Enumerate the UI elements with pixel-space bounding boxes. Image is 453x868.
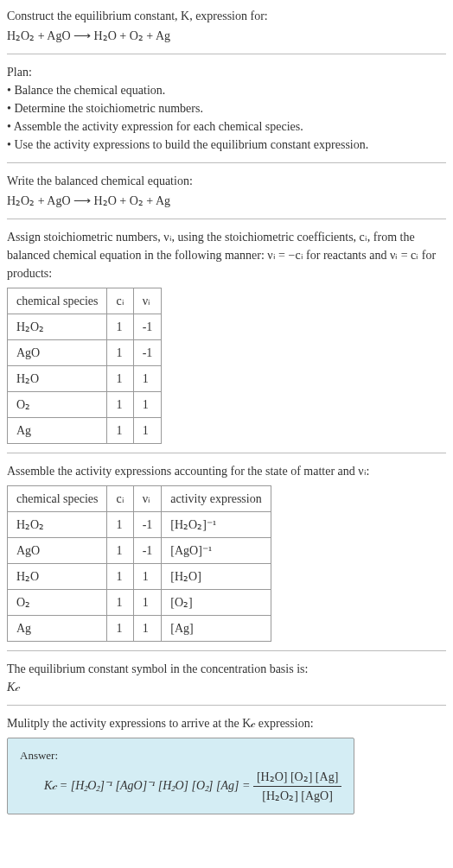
cell-species: AgO bbox=[8, 538, 107, 564]
answer-lhs: K𝒸 = [H₂O₂]⁻¹ [AgO]⁻¹ [H₂O] [O₂] [Ag] = bbox=[44, 778, 253, 791]
cell-v: 1 bbox=[133, 392, 162, 418]
fraction-numerator: [H₂O] [O₂] [Ag] bbox=[253, 768, 341, 787]
table-row: Ag 1 1 bbox=[8, 418, 162, 444]
table-row: H₂O₂ 1 -1 bbox=[8, 314, 162, 340]
col-header: chemical species bbox=[8, 486, 107, 512]
cell-c: 1 bbox=[107, 564, 133, 590]
cell-c: 1 bbox=[107, 538, 133, 564]
divider bbox=[7, 453, 446, 453]
col-header: cᵢ bbox=[107, 486, 133, 512]
plan-list: Balance the chemical equation. Determine… bbox=[7, 81, 446, 154]
cell-species: O₂ bbox=[8, 392, 107, 418]
cell-c: 1 bbox=[107, 418, 133, 444]
cell-species: H₂O₂ bbox=[8, 512, 107, 538]
intro-equation: H₂O₂ + AgO ⟶ H₂O + O₂ + Ag bbox=[7, 27, 446, 45]
cell-v: 1 bbox=[133, 418, 162, 444]
table-row: Ag 1 1 [Ag] bbox=[8, 616, 271, 642]
activity-heading: Assemble the activity expressions accoun… bbox=[7, 462, 446, 480]
plan-heading: Plan: bbox=[7, 63, 446, 81]
symbol-line1: The equilibrium constant symbol in the c… bbox=[7, 660, 446, 678]
cell-species: H₂O bbox=[8, 564, 107, 590]
fraction-denominator: [H₂O₂] [AgO] bbox=[253, 787, 341, 805]
stoich-heading: Assign stoichiometric numbers, νᵢ, using… bbox=[7, 228, 446, 282]
divider bbox=[7, 162, 446, 163]
col-header: activity expression bbox=[162, 486, 271, 512]
plan-item: Use the activity expressions to build th… bbox=[7, 136, 446, 154]
intro-section: Construct the equilibrium constant, K, e… bbox=[7, 7, 446, 45]
table-row: H₂O 1 1 [H₂O] bbox=[8, 564, 271, 590]
divider bbox=[7, 219, 446, 219]
plan-item: Determine the stoichiometric numbers. bbox=[7, 99, 446, 117]
table-row: AgO 1 -1 bbox=[8, 340, 162, 366]
symbol-section: The equilibrium constant symbol in the c… bbox=[7, 660, 446, 696]
cell-c: 1 bbox=[107, 616, 133, 642]
table-header-row: chemical species cᵢ νᵢ bbox=[8, 288, 162, 314]
cell-species: Ag bbox=[8, 418, 107, 444]
activity-table: chemical species cᵢ νᵢ activity expressi… bbox=[7, 485, 271, 642]
table-row: O₂ 1 1 [O₂] bbox=[8, 590, 271, 616]
cell-v: 1 bbox=[133, 366, 162, 392]
multiply-heading: Mulitply the activity expressions to arr… bbox=[7, 714, 446, 732]
cell-c: 1 bbox=[107, 512, 133, 538]
col-header: νᵢ bbox=[133, 288, 162, 314]
table-row: O₂ 1 1 bbox=[8, 392, 162, 418]
cell-v: -1 bbox=[133, 538, 162, 564]
cell-species: H₂O bbox=[8, 366, 107, 392]
col-header: cᵢ bbox=[107, 288, 133, 314]
cell-v: 1 bbox=[133, 590, 162, 616]
symbol-kc: K𝒸 bbox=[7, 678, 446, 696]
cell-expr: [AgO]⁻¹ bbox=[162, 538, 271, 564]
table-header-row: chemical species cᵢ νᵢ activity expressi… bbox=[8, 486, 271, 512]
cell-species: Ag bbox=[8, 616, 107, 642]
table-row: AgO 1 -1 [AgO]⁻¹ bbox=[8, 538, 271, 564]
cell-v: -1 bbox=[133, 512, 162, 538]
cell-v: 1 bbox=[133, 564, 162, 590]
cell-c: 1 bbox=[107, 590, 133, 616]
cell-v: 1 bbox=[133, 616, 162, 642]
cell-expr: [H₂O₂]⁻¹ bbox=[162, 512, 271, 538]
cell-c: 1 bbox=[107, 340, 133, 366]
cell-species: O₂ bbox=[8, 590, 107, 616]
cell-c: 1 bbox=[107, 314, 133, 340]
cell-expr: [H₂O] bbox=[162, 564, 271, 590]
cell-species: AgO bbox=[8, 340, 107, 366]
balanced-equation: H₂O₂ + AgO ⟶ H₂O + O₂ + Ag bbox=[7, 192, 446, 210]
answer-fraction: [H₂O] [O₂] [Ag] [H₂O₂] [AgO] bbox=[253, 768, 341, 805]
col-header: chemical species bbox=[8, 288, 107, 314]
col-header: νᵢ bbox=[133, 486, 162, 512]
cell-expr: [O₂] bbox=[162, 590, 271, 616]
balanced-section: Write the balanced chemical equation: H₂… bbox=[7, 172, 446, 210]
stoich-table: chemical species cᵢ νᵢ H₂O₂ 1 -1 AgO 1 -… bbox=[7, 288, 162, 444]
answer-box: Answer: K𝒸 = [H₂O₂]⁻¹ [AgO]⁻¹ [H₂O] [O₂]… bbox=[7, 738, 354, 814]
answer-label: Answer: bbox=[20, 747, 341, 764]
table-row: H₂O₂ 1 -1 [H₂O₂]⁻¹ bbox=[8, 512, 271, 538]
multiply-section: Mulitply the activity expressions to arr… bbox=[7, 714, 446, 814]
plan-item: Balance the chemical equation. bbox=[7, 81, 446, 99]
divider bbox=[7, 54, 446, 54]
cell-species: H₂O₂ bbox=[8, 314, 107, 340]
answer-expression: K𝒸 = [H₂O₂]⁻¹ [AgO]⁻¹ [H₂O] [O₂] [Ag] = … bbox=[20, 768, 341, 805]
balanced-heading: Write the balanced chemical equation: bbox=[7, 172, 446, 190]
cell-c: 1 bbox=[107, 392, 133, 418]
table-row: H₂O 1 1 bbox=[8, 366, 162, 392]
plan-section: Plan: Balance the chemical equation. Det… bbox=[7, 63, 446, 154]
plan-item: Assemble the activity expression for eac… bbox=[7, 117, 446, 136]
stoich-section: Assign stoichiometric numbers, νᵢ, using… bbox=[7, 228, 446, 444]
cell-v: -1 bbox=[133, 314, 162, 340]
activity-section: Assemble the activity expressions accoun… bbox=[7, 462, 446, 642]
divider bbox=[7, 705, 446, 706]
cell-expr: [Ag] bbox=[162, 616, 271, 642]
cell-v: -1 bbox=[133, 340, 162, 366]
intro-line1: Construct the equilibrium constant, K, e… bbox=[7, 7, 446, 25]
divider bbox=[7, 650, 446, 651]
cell-c: 1 bbox=[107, 366, 133, 392]
